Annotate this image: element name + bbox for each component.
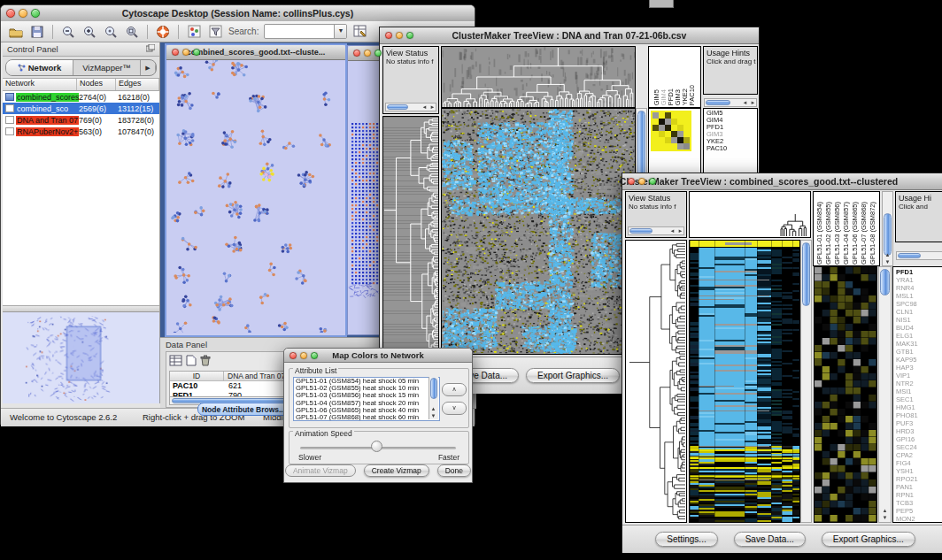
scroll-down-icon[interactable]: ▼ [884,259,892,265]
row-dendrogram-panel[interactable] [382,116,439,355]
gene-item[interactable]: BUD4 [896,324,942,332]
minimize-icon[interactable] [300,352,307,359]
filter-icon[interactable] [207,24,223,40]
gene-item[interactable]: TCB3 [896,499,942,507]
attribute-list[interactable]: GPL51-01 (GSM854) heat shock 05 minGPL51… [293,377,440,421]
search-input[interactable]: ▼ [264,24,347,39]
gene-item[interactable]: PEP5 [896,507,942,515]
vscrollbar-thumb[interactable] [880,269,890,295]
gene-item[interactable]: NIS1 [896,316,942,324]
scroll-up-icon[interactable]: ▲ [429,406,437,412]
scroll-down-icon[interactable]: ▼ [429,413,437,419]
treeview-button[interactable]: Export Graphics... [822,532,915,547]
heatmap-panel[interactable] [689,240,800,523]
close-icon[interactable] [6,9,15,18]
gene-item[interactable]: RPN1 [896,491,942,499]
attribute-list-vscrollbar[interactable]: ▲ ▼ [429,377,438,419]
open-file-icon[interactable] [8,24,24,40]
gene-item[interactable]: VIP1 [896,372,942,380]
gene-list-panel[interactable]: PFD1YRA1RNR4MSL1SPC98CLN1NIS1BUD4ELG1MAK… [892,266,942,523]
minimize-icon[interactable] [396,32,403,39]
help-lifesaver-icon[interactable] [155,24,171,40]
main-titlebar[interactable]: Cytoscape Desktop (Session Name: collins… [1,5,475,22]
zoom-window-icon[interactable] [193,49,200,56]
column-dendrogram-panel[interactable] [441,46,636,108]
scroll-down-icon[interactable]: ▼ [881,515,889,521]
gene-item[interactable]: RPO21 [896,475,942,483]
gene-item[interactable]: CPA2 [896,451,942,459]
gene-item[interactable]: SEC24 [896,443,942,451]
heatmap-canvas[interactable] [690,241,799,522]
network-row[interactable]: DNA and Tran 07 769(0) 183728(0) [3,114,159,126]
hscrollbar-thumb[interactable] [629,228,652,234]
modify-network-icon[interactable] [186,24,202,40]
genelist-hscrollbar[interactable]: ◄ ► [704,98,757,107]
scroll-left-icon[interactable]: ◄ [741,100,749,106]
zoom-fit-icon[interactable] [124,24,140,40]
dialog-button[interactable]: Create Vizmap [364,464,429,477]
new-attribute-icon[interactable] [186,354,197,370]
network-row[interactable]: combined_scores 2764(0) 16218(0) [3,91,159,103]
gene-item[interactable]: SEC1 [896,395,942,403]
zoom-window-icon[interactable] [311,352,318,359]
column-labels-panel[interactable]: GPL51-01 (GSM854)GPL51-02 (GSM855)GPL51-… [813,191,880,266]
select-attributes-icon[interactable] [169,354,182,370]
tab-network[interactable]: Network [6,60,73,75]
gene-item[interactable]: MAK31 [896,340,942,348]
network-row[interactable]: RNAPuberNov2+! 563(0) 107847(0) [3,126,159,137]
network-overview-thumbnail[interactable] [3,311,159,403]
treeview-button[interactable]: Save Data... [734,532,806,547]
gene-item[interactable]: KAP95 [896,356,942,364]
scroll-left-icon[interactable]: ◄ [421,104,429,111]
zoom-out-icon[interactable] [60,24,76,40]
view-status-hscrollbar[interactable]: ◄ ► [385,103,436,111]
minimize-icon[interactable] [638,178,645,185]
column-label[interactable]: GPL51-08 (GSM872) [869,202,876,265]
zoom-window-icon[interactable] [374,50,382,57]
heatmap-canvas[interactable] [442,109,635,354]
close-icon[interactable] [172,49,179,56]
hscrollbar-thumb[interactable] [898,253,921,258]
attribute-table-icon[interactable] [352,24,368,40]
gene-item[interactable]: HMG1 [896,403,942,411]
column-labels-vscrollbar[interactable]: ▲ ▼ [882,191,893,266]
scroll-up-icon[interactable]: ▲ [884,252,892,258]
zoom-window-icon[interactable] [649,178,656,185]
gene-item[interactable]: HAP3 [896,364,942,372]
close-icon[interactable] [385,32,392,39]
row-dendrogram-canvas[interactable] [626,241,686,522]
gene-item[interactable]: HRD3 [896,427,942,435]
gene-item[interactable]: NTR2 [896,380,942,387]
gene-item[interactable]: YRA1 [896,276,942,284]
zoom-in-icon[interactable] [81,24,97,40]
column-header-id[interactable]: ID [170,372,224,380]
more-tabs-button[interactable]: ▶ [141,60,156,75]
column-label[interactable]: GPL51-03 (GSM856) [834,202,841,265]
gene-item[interactable]: PFD1 [896,268,942,276]
float-panel-icon[interactable] [146,44,155,54]
gene-item[interactable]: SPC98 [896,300,942,308]
column-label[interactable]: GPL51-04 (GSM857) [843,202,850,265]
move-up-button[interactable]: ∧ [442,383,467,396]
hscrollbar-thumb[interactable] [706,100,730,105]
dialog-button[interactable]: Done [437,464,471,477]
gene-item[interactable]: RNR4 [896,284,942,292]
zoom-window-icon[interactable] [406,32,413,39]
vscrollbar-thumb[interactable] [430,378,437,399]
gene-item[interactable]: PUF3 [896,419,942,427]
network-view-1-canvas[interactable] [166,60,342,333]
scroll-left-icon[interactable]: ◄ [668,228,676,234]
close-icon[interactable] [353,50,360,57]
zoom-vscrollbar[interactable]: ▲ ▼ [878,266,892,523]
column-label[interactable]: GPL51-01 (GSM854) [816,202,823,265]
hscrollbar-thumb[interactable] [387,104,408,110]
column-label[interactable]: GPL51-06 (GSM865) [852,202,859,265]
column-dendrogram-canvas[interactable] [442,47,635,107]
slider-thumb[interactable] [371,441,382,452]
tab-vizmapper[interactable]: VizMapper™ [73,60,141,75]
network-row[interactable]: combined_sco 2569(6) 13112(15) [3,103,159,114]
summary-heatmap-canvas[interactable] [651,111,691,151]
treeview1-titlebar[interactable]: ClusterMaker TreeView : DNA and Tran 07-… [380,27,759,44]
node-attribute-browser-tab[interactable]: Node Attribute Brows... [197,403,290,416]
network-window-1-titlebar[interactable]: combined_scores_good.txt--cluste... [166,45,345,60]
